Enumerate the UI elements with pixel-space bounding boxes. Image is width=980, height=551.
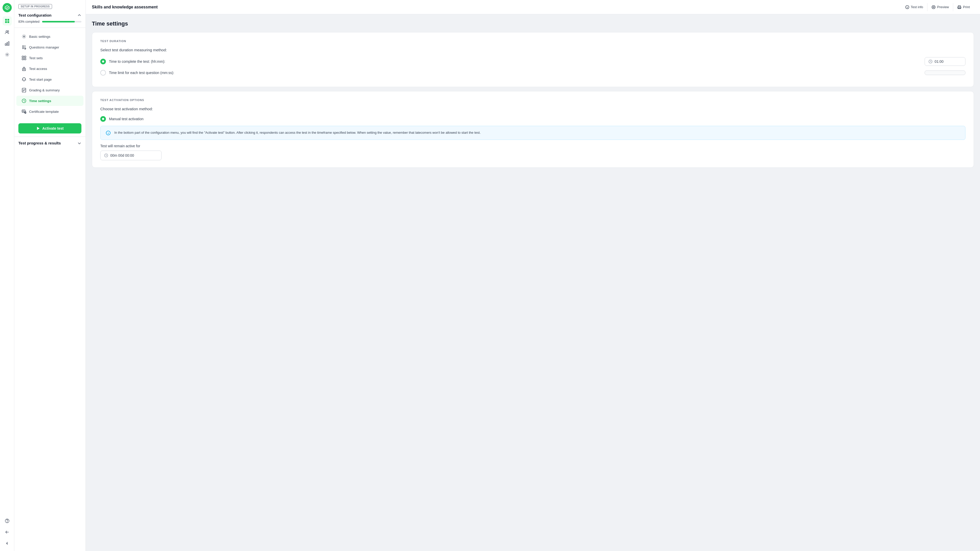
progress-results-header[interactable]: Test progress & results: [18, 141, 81, 145]
list-edit-icon: [21, 45, 27, 50]
svg-point-27: [932, 5, 935, 9]
chevron-up-icon: [77, 13, 81, 18]
radio-manual-activation[interactable]: [100, 116, 106, 122]
sidebar-nav: Basic settings Questions manager: [14, 28, 86, 120]
sidebar-header: SETUP IN PROGRESS Test configuration 83%…: [14, 0, 86, 28]
page-title: Time settings: [92, 21, 974, 27]
nav-item-basic-settings[interactable]: Basic settings: [16, 31, 83, 41]
test-duration-card: TEST DURATION Select test duration measu…: [92, 32, 974, 87]
sidebar-icon-back[interactable]: [3, 527, 12, 537]
sidebar-icon-help[interactable]: [3, 516, 12, 526]
print-icon: [957, 5, 961, 9]
preview-label: Preview: [937, 5, 949, 9]
time-complete-value: 01:00: [935, 59, 943, 64]
remain-active-input[interactable]: 00m 00d 00:00: [100, 151, 162, 160]
svg-rect-3: [7, 21, 9, 23]
sidebar-icon-grid[interactable]: [3, 16, 12, 25]
svg-rect-17: [24, 56, 26, 58]
activation-info-text: In the bottom part of the configuration …: [115, 130, 480, 135]
test-activation-inner: TEST ACTIVATION OPTIONS Choose test acti…: [92, 91, 974, 167]
svg-point-12: [24, 36, 25, 37]
test-duration-inner: TEST DURATION Select test duration measu…: [92, 32, 974, 87]
icon-bar: [0, 0, 14, 551]
nav-item-time-settings[interactable]: Time settings: [16, 96, 83, 106]
sidebar: SETUP IN PROGRESS Test configuration 83%…: [14, 0, 86, 551]
nav-item-grading-summary[interactable]: Grading & summary: [16, 85, 83, 95]
svg-rect-18: [22, 59, 24, 60]
duration-option-complete: Time to complete the test: (hh:mm): 01:0…: [100, 57, 966, 66]
svg-point-4: [6, 30, 7, 32]
configuration-section-header[interactable]: Test configuration: [18, 13, 81, 18]
svg-rect-0: [5, 19, 7, 21]
duration-option-per-question: Time limit for each test question (mm:ss…: [100, 70, 966, 76]
time-complete-input[interactable]: 01:00: [924, 57, 966, 66]
activate-test-button[interactable]: Activate test: [18, 123, 81, 134]
certificate-icon: [21, 109, 27, 114]
nav-label-grading-summary: Grading & summary: [29, 88, 60, 92]
nav-label-test-start-page: Test start page: [29, 78, 52, 81]
progress-label: 83% completed: [18, 20, 40, 24]
topbar: Skills and knowledge assessment Test inf…: [86, 0, 980, 14]
chevron-down-icon: [77, 141, 81, 145]
clock-icon: [21, 98, 27, 104]
time-per-question-input[interactable]: [924, 70, 966, 75]
nav-label-basic-settings: Basic settings: [29, 35, 50, 38]
svg-rect-16: [22, 56, 24, 58]
sidebar-icon-people[interactable]: [3, 27, 12, 37]
nav-label-test-sets: Test sets: [29, 56, 43, 60]
test-info-button[interactable]: Test info: [901, 3, 927, 11]
gear-icon: [21, 34, 27, 39]
nav-label-test-access: Test access: [29, 67, 47, 71]
activate-btn-label: Activate test: [42, 126, 64, 131]
activation-option-manual: Manual test activation: [100, 116, 966, 122]
nav-label-certificate-template: Certificate template: [29, 110, 59, 113]
content-area: Time settings TEST DURATION Select test …: [86, 14, 980, 551]
nav-item-questions-manager[interactable]: Questions manager: [16, 42, 83, 52]
activation-description: Choose test activation method:: [100, 107, 966, 111]
grid-icon: [21, 56, 27, 61]
app-title: Skills and knowledge assessment: [92, 5, 158, 10]
app-logo[interactable]: [3, 3, 12, 12]
radio-manual-label: Manual test activation: [109, 117, 966, 121]
clock-duration-icon: [104, 153, 108, 158]
svg-point-13: [23, 47, 23, 48]
svg-marker-25: [37, 127, 40, 130]
nav-item-certificate-template[interactable]: Certificate template: [16, 107, 83, 117]
preview-icon: [932, 5, 935, 9]
progress-bar-bg: [42, 21, 81, 22]
svg-point-14: [23, 46, 23, 46]
play-icon: [36, 126, 40, 131]
svg-rect-7: [6, 43, 8, 45]
svg-point-21: [24, 69, 24, 70]
info-icon: [905, 5, 909, 9]
duration-description: Select test duration measuring method:: [100, 48, 966, 52]
nav-item-test-access[interactable]: Test access: [16, 64, 83, 74]
test-duration-label: TEST DURATION: [100, 40, 966, 43]
sidebar-icon-collapse[interactable]: [3, 539, 12, 548]
doc-chart-icon: [21, 88, 27, 92]
lock-icon: [21, 66, 27, 71]
sidebar-icon-chart[interactable]: [3, 39, 12, 48]
test-activation-card: TEST ACTIVATION OPTIONS Choose test acti…: [92, 91, 974, 168]
radio-complete-test[interactable]: [100, 59, 106, 64]
nav-item-test-start-page[interactable]: Test start page: [16, 74, 83, 84]
radio-per-question[interactable]: [100, 70, 106, 76]
topbar-actions: Test info Preview Print: [901, 3, 974, 11]
progress-info: 83% completed: [18, 20, 81, 24]
sidebar-icon-settings[interactable]: [3, 50, 12, 59]
progress-results-title: Test progress & results: [18, 141, 61, 145]
remain-active-value: 00m 00d 00:00: [110, 153, 134, 158]
print-label: Print: [963, 5, 970, 9]
radio-per-question-label: Time limit for each test question (mm:ss…: [109, 71, 921, 75]
test-activation-label: TEST ACTIVATION OPTIONS: [100, 99, 966, 102]
nav-item-test-sets[interactable]: Test sets: [16, 53, 83, 63]
svg-rect-2: [5, 21, 7, 23]
print-button[interactable]: Print: [953, 3, 974, 11]
clock-small-icon: [928, 59, 932, 64]
progress-results-section: Test progress & results: [14, 137, 86, 149]
radio-complete-test-label: Time to complete the test: (hh:mm):: [109, 59, 921, 64]
nav-label-questions-manager: Questions manager: [29, 45, 59, 49]
remain-active-label: Test will remain active for: [100, 144, 966, 148]
test-info-label: Test info: [911, 5, 923, 9]
preview-button[interactable]: Preview: [927, 3, 953, 11]
